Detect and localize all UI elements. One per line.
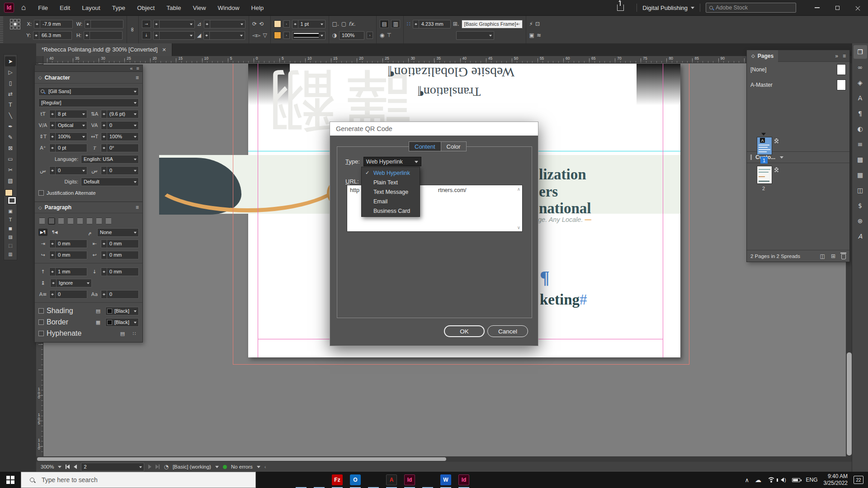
justify-last-right-button[interactable] bbox=[86, 218, 93, 225]
paragraph-styles-panel-icon[interactable]: ¶ bbox=[854, 107, 867, 120]
taskbar-clock[interactable]: 9:40 AM 3/25/2022 bbox=[824, 473, 848, 487]
shading-checkbox[interactable] bbox=[38, 308, 44, 314]
vertical-scale-field[interactable]: 100% bbox=[49, 132, 87, 141]
cc-libraries-panel-icon[interactable]: ▦ bbox=[854, 168, 867, 182]
preflight-profile[interactable]: [Basic] (working) bbox=[173, 464, 211, 469]
font-size-field[interactable]: 8 pt bbox=[49, 110, 87, 118]
drop-shadow-icon[interactable]: ▢ bbox=[341, 21, 346, 27]
stroke-style-dropdown[interactable] bbox=[292, 31, 326, 40]
menu-item[interactable]: Type bbox=[106, 0, 131, 15]
delete-page-icon[interactable] bbox=[841, 254, 846, 259]
stroke-proxy-swatch[interactable] bbox=[8, 197, 16, 204]
justify-last-center-button[interactable] bbox=[76, 218, 84, 225]
height-field[interactable] bbox=[84, 31, 123, 40]
gradient-panel-icon[interactable]: ▩ bbox=[854, 153, 867, 166]
left-indent-field[interactable]: 0 mm bbox=[49, 239, 87, 248]
menu-item[interactable]: Layout bbox=[76, 0, 106, 15]
scroll-up-icon[interactable]: ∧ bbox=[517, 187, 520, 192]
panel-menu-icon[interactable]: ≡ bbox=[843, 53, 846, 59]
word-icon[interactable]: W bbox=[437, 472, 455, 488]
reference-point-proxy[interactable] bbox=[10, 19, 20, 29]
dropdown-menu-item[interactable]: ✓ Text Message bbox=[362, 187, 420, 197]
border-checkbox[interactable] bbox=[38, 319, 44, 325]
space-between-dropdown[interactable]: Ignore bbox=[50, 279, 92, 287]
fill-color-swatch[interactable] bbox=[274, 20, 281, 28]
horizontal-scale-field[interactable]: 100% bbox=[101, 132, 139, 141]
horizontal-scrollbar[interactable] bbox=[36, 456, 853, 462]
pen-tool[interactable]: ✒ bbox=[5, 122, 16, 131]
start-button[interactable] bbox=[0, 472, 21, 488]
opacity-flyout-button[interactable]: › bbox=[367, 32, 373, 39]
gap-size-field[interactable]: 4.233 mm bbox=[413, 20, 451, 28]
cancel-button[interactable]: Cancel bbox=[487, 325, 528, 337]
dropcap-characters-field[interactable]: 0 bbox=[101, 290, 139, 299]
collapse-arrow-icon[interactable]: ‹ bbox=[264, 464, 266, 469]
justify-last-left-button[interactable] bbox=[67, 218, 74, 225]
align-to-spine-button[interactable] bbox=[105, 218, 112, 225]
border-color-dropdown[interactable]: [Black] bbox=[105, 318, 139, 327]
rectangle-frame-tool[interactable]: ⊠ bbox=[5, 143, 16, 153]
photos-icon[interactable] bbox=[364, 472, 382, 488]
space-before-field[interactable]: 1 mm bbox=[49, 267, 87, 276]
scrollbar-thumb[interactable] bbox=[847, 352, 852, 455]
panel-menu-icon[interactable]: ≡ bbox=[136, 204, 139, 211]
cortana-icon[interactable] bbox=[256, 472, 274, 488]
last-page-button[interactable] bbox=[156, 465, 160, 469]
direct-selection-tool[interactable]: ▷ bbox=[5, 67, 16, 77]
line-tool[interactable]: ╲ bbox=[5, 111, 16, 121]
tab-color[interactable]: Color bbox=[441, 141, 467, 151]
rectangle-tool[interactable]: ▭ bbox=[5, 154, 16, 164]
scale-x-field[interactable] bbox=[153, 20, 195, 28]
wrap-top-icon[interactable]: ⊤ bbox=[387, 32, 392, 38]
notepad-icon[interactable] bbox=[419, 472, 437, 488]
stroke-color-swatch[interactable] bbox=[274, 32, 281, 39]
task-view-icon[interactable] bbox=[274, 472, 292, 488]
fill-proxy-swatch[interactable] bbox=[5, 189, 13, 196]
shading-color-dropdown[interactable]: [Black] bbox=[105, 307, 139, 315]
restore-button[interactable] bbox=[827, 0, 848, 15]
expand-panel-icon[interactable]: » bbox=[835, 53, 838, 59]
rotate-ccw-icon[interactable]: ⟲ bbox=[259, 21, 264, 27]
space-after-field[interactable]: 0 mm bbox=[101, 267, 139, 276]
menu-item[interactable]: File bbox=[32, 0, 54, 15]
rotation-angle-field[interactable] bbox=[204, 20, 245, 28]
zoom-level-value[interactable]: 300% bbox=[41, 464, 54, 469]
fill-flyout-button[interactable]: › bbox=[283, 20, 290, 28]
notification-center-icon[interactable]: 22 bbox=[854, 476, 863, 484]
selection-tool[interactable]: ➤ bbox=[5, 56, 16, 66]
preflight-icon[interactable]: ◔ bbox=[164, 464, 168, 470]
character-panel-tab[interactable]: ◇ Character ≡ bbox=[35, 72, 142, 84]
shear-angle-field[interactable] bbox=[203, 31, 245, 40]
align-right-button[interactable] bbox=[57, 218, 65, 225]
constrain-proportions-icon[interactable]: ∞ bbox=[129, 27, 136, 32]
flip-horizontal-icon[interactable]: ◅▻ bbox=[252, 32, 260, 38]
menu-item[interactable]: View bbox=[187, 0, 212, 15]
tray-expand-icon[interactable]: ∧ bbox=[745, 477, 749, 483]
dropdown-menu-item[interactable]: ✓ Plain Text bbox=[362, 178, 420, 187]
opacity-field[interactable]: 100% bbox=[339, 31, 364, 40]
document-tab[interactable]: *Rebecca Polintang.indd @ 300% [Converte… bbox=[36, 43, 172, 56]
chrome-icon[interactable] bbox=[292, 472, 310, 488]
corner-options-icon[interactable]: □. bbox=[332, 21, 339, 27]
swatches-panel-icon[interactable]: ◐ bbox=[854, 122, 867, 136]
collapse-panels-icon[interactable]: « bbox=[130, 66, 132, 71]
outlook-icon[interactable]: O bbox=[346, 472, 364, 488]
tracking-field[interactable]: 0 bbox=[101, 121, 139, 130]
pages-panel-tab[interactable]: ◇ Pages bbox=[747, 50, 778, 62]
ok-button[interactable]: OK bbox=[444, 325, 485, 337]
width-field[interactable] bbox=[85, 20, 123, 28]
type-tool[interactable]: T bbox=[5, 100, 16, 110]
minimize-button[interactable] bbox=[807, 0, 827, 15]
menu-item[interactable]: Table bbox=[160, 0, 187, 15]
skew-field[interactable]: 0° bbox=[101, 144, 139, 152]
dialog-title-bar[interactable]: Generate QR Code bbox=[330, 122, 538, 136]
align-left-button[interactable] bbox=[38, 218, 46, 225]
dropdown-menu-item[interactable]: ✓ Email bbox=[362, 197, 420, 206]
quick-actions-icon[interactable]: ⚡ bbox=[529, 21, 533, 27]
indesign-logo-icon[interactable]: Id bbox=[4, 3, 14, 13]
battery-icon[interactable] bbox=[792, 478, 800, 482]
page-1-number[interactable]: 1 bbox=[760, 157, 768, 164]
wifi-icon[interactable] bbox=[767, 477, 775, 483]
menu-item[interactable]: Help bbox=[245, 0, 270, 15]
errors-dropdown-icon[interactable] bbox=[257, 466, 260, 470]
